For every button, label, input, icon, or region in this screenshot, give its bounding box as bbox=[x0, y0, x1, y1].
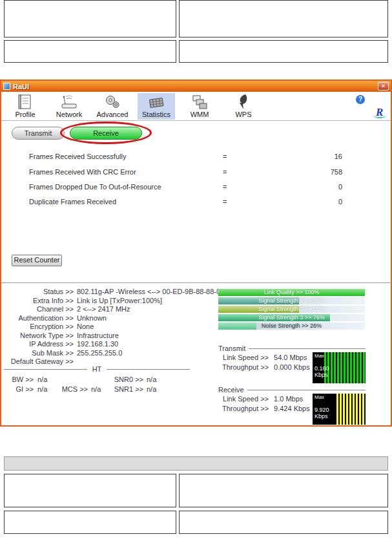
stat-label: Duplicate Frames Received bbox=[29, 198, 116, 206]
snr0-value: n/a bbox=[147, 376, 156, 383]
receive-chart-bars bbox=[336, 394, 366, 425]
help-icon[interactable]: ? bbox=[356, 95, 365, 104]
ht-section-divider: HT bbox=[4, 365, 190, 373]
toolbar-item-label: Network bbox=[50, 111, 88, 118]
transmit-chart-bars bbox=[324, 352, 366, 383]
snr0-label: SNR0 >> bbox=[101, 376, 143, 383]
stat-row: Frames Received Successfully = 16 bbox=[1, 153, 391, 162]
status-label: Channel >> bbox=[1, 305, 74, 313]
doc-table-cell bbox=[4, 474, 176, 507]
stat-row: Frames Dropped Due To Out-of-Resource = … bbox=[1, 183, 391, 192]
ht-title: HT bbox=[92, 365, 102, 373]
snr1-label: SNR1 >> bbox=[101, 385, 143, 393]
stat-row: Frames Received With CRC Error = 758 bbox=[1, 168, 391, 177]
status-value: Unknown bbox=[77, 314, 107, 322]
bw-label: BW >> bbox=[4, 376, 34, 383]
gi-label: GI >> bbox=[4, 385, 34, 393]
stat-label: Frames Received Successfully bbox=[29, 153, 126, 160]
tab-receive[interactable]: Receive bbox=[70, 127, 142, 140]
transmit-panel: Transmit Link Speed >> 54.0 Mbps Through… bbox=[218, 345, 366, 385]
status-value: 255.255.255.0 bbox=[77, 349, 122, 357]
app-icon bbox=[3, 83, 10, 90]
divider bbox=[1, 282, 391, 283]
divider bbox=[249, 348, 366, 349]
quality-bars: Link Quality >> 100% Signal Strength 1 >… bbox=[218, 289, 365, 331]
status-value: 2 <--> 2417 MHz bbox=[77, 305, 130, 313]
stat-value: 758 bbox=[273, 168, 342, 176]
toolbar-item-profile[interactable]: Profile bbox=[6, 93, 44, 120]
stat-equals: = bbox=[223, 153, 227, 160]
chart-max-label: Max bbox=[315, 353, 324, 359]
doc-table-cell bbox=[179, 0, 388, 37]
document-page: RaUI × Profile bbox=[0, 0, 392, 541]
doc-table-cell bbox=[179, 474, 388, 507]
wmm-icon bbox=[181, 93, 218, 111]
stat-row: Duplicate Frames Received = 0 bbox=[1, 198, 391, 207]
status-value: 802.11g-AP -Wireless <--> 00-ED-9B-88-88… bbox=[77, 288, 224, 295]
toolbar-item-label: Statistics bbox=[138, 111, 175, 118]
receive-history-chart: Max 9.920 Kbps bbox=[313, 394, 366, 425]
status-label: Encryption >> bbox=[1, 323, 74, 330]
stat-value: 0 bbox=[273, 183, 342, 191]
gi-value: n/a bbox=[37, 385, 47, 393]
signal-strength-3-bar: Signal Strength 3 >> 76% bbox=[218, 314, 365, 321]
reset-counter-button[interactable]: Reset Counter bbox=[12, 255, 62, 266]
doc-table-cell bbox=[4, 0, 176, 37]
status-label: Default Gateway >> bbox=[1, 357, 74, 365]
raui-window: RaUI × Profile bbox=[0, 80, 392, 427]
toolbar-item-wps[interactable]: WPS bbox=[225, 93, 262, 120]
stat-label: Frames Received With CRC Error bbox=[29, 168, 136, 176]
chart-max-label: Max bbox=[315, 394, 324, 400]
status-label: Status >> bbox=[1, 288, 74, 295]
toolbar-item-wmm[interactable]: WMM bbox=[181, 93, 218, 120]
status-label: Extra Info >> bbox=[1, 297, 74, 304]
stat-value: 16 bbox=[273, 153, 342, 160]
toolbar-item-label: Profile bbox=[6, 111, 44, 118]
ht-row: GI >> n/a MCS >> n/a SNR1 >> n/a bbox=[4, 385, 192, 394]
doc-table-cell bbox=[179, 40, 388, 63]
link-quality-bar: Link Quality >> 100% bbox=[218, 289, 365, 296]
close-button[interactable]: × bbox=[378, 82, 389, 90]
chart-peak-value: 9.920 Kbps bbox=[315, 407, 329, 419]
status-label: Authentication >> bbox=[1, 314, 74, 322]
divider bbox=[247, 390, 366, 390]
bw-value: n/a bbox=[37, 376, 47, 383]
noise-strength-bar: Noise Strength >> 26% bbox=[218, 323, 365, 330]
ralink-logo-icon: R bbox=[376, 106, 383, 119]
toolbar-item-advanced[interactable]: Advanced bbox=[94, 93, 131, 120]
transmit-title: Transmit bbox=[218, 345, 245, 352]
toolbar-item-network[interactable]: Network bbox=[50, 93, 88, 120]
status-value: 192.168.1.30 bbox=[77, 340, 118, 348]
tab-transmit[interactable]: Transmit bbox=[12, 127, 65, 140]
doc-table-cell bbox=[4, 40, 176, 63]
stat-label: Frames Dropped Due To Out-of-Resource bbox=[29, 183, 161, 191]
status-value: None bbox=[77, 323, 94, 330]
doc-table-cell bbox=[179, 511, 388, 534]
status-label: Network Type >> bbox=[1, 332, 74, 339]
chart-peak-value: 0.160 Kbps bbox=[315, 365, 329, 378]
titlebar[interactable]: RaUI × bbox=[1, 81, 391, 92]
doc-table-header-bar bbox=[4, 456, 388, 471]
toolbar: Profile Network bbox=[1, 92, 391, 121]
status-value: Infrastructure bbox=[77, 332, 119, 339]
window-title: RaUI bbox=[13, 83, 29, 90]
toolbar-item-label: WPS bbox=[225, 111, 262, 118]
stat-equals: = bbox=[223, 198, 227, 206]
ht-row: BW >> n/a SNR0 >> n/a bbox=[4, 376, 192, 384]
profile-icon bbox=[6, 93, 44, 111]
status-label: IP Address >> bbox=[1, 340, 74, 348]
status-label: Sub Mask >> bbox=[1, 349, 74, 357]
toolbar-item-label: Advanced bbox=[94, 111, 131, 118]
toolbar-item-label: WMM bbox=[181, 111, 218, 118]
advanced-icon bbox=[94, 93, 131, 111]
toolbar-item-statistics[interactable]: Statistics bbox=[138, 93, 175, 120]
receive-panel: Receive Link Speed >> 1.0 Mbps Throughpu… bbox=[218, 386, 366, 425]
wps-icon bbox=[225, 93, 262, 111]
transmit-history-chart: Max 0.160 Kbps bbox=[313, 352, 366, 383]
mcs-value: n/a bbox=[91, 385, 101, 393]
stat-equals: = bbox=[223, 168, 227, 176]
mcs-label: MCS >> bbox=[53, 385, 88, 393]
receive-title: Receive bbox=[218, 386, 244, 394]
network-icon bbox=[50, 93, 88, 111]
signal-strength-1-bar: Signal Strength 1 >> 55% bbox=[218, 297, 365, 304]
